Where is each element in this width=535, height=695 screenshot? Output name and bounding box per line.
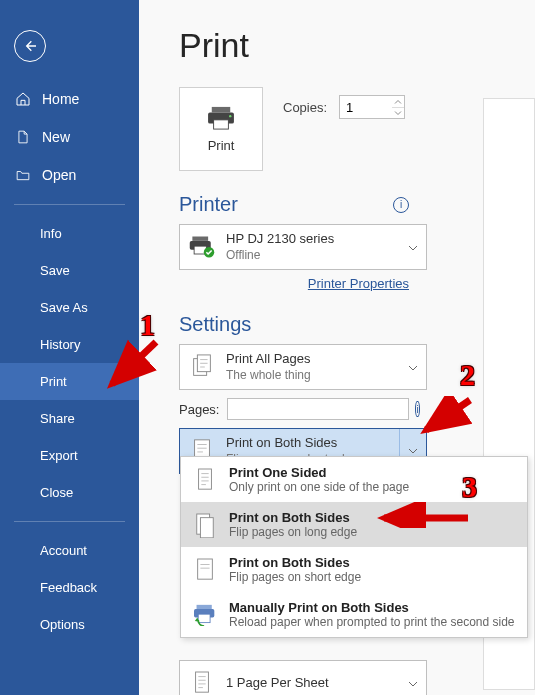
printer-properties-link[interactable]: Printer Properties <box>179 276 409 291</box>
svg-rect-2 <box>214 119 229 128</box>
copies-input[interactable] <box>340 97 392 117</box>
sidebar-item-share[interactable]: Share <box>0 400 139 437</box>
arrow-left-icon <box>22 38 38 54</box>
svg-rect-16 <box>197 604 212 608</box>
settings-heading-row: Settings <box>179 313 535 336</box>
print-scope-dropdown[interactable]: Print All Pages The whole thing <box>179 344 427 390</box>
sidebar-item-account[interactable]: Account <box>0 532 139 569</box>
sidebar-label-open: Open <box>42 167 76 183</box>
dropdown-caret <box>408 360 418 375</box>
sidebar-item-options[interactable]: Options <box>0 606 139 643</box>
sidebar-separator <box>14 521 125 522</box>
page-single-icon <box>191 466 219 494</box>
duplex-menu: Print One Sided Only print on one side o… <box>180 456 528 638</box>
svg-point-3 <box>229 114 231 116</box>
copies-up-button[interactable] <box>392 97 404 108</box>
sidebar-label-save: Save <box>40 263 70 278</box>
copies-label: Copies: <box>283 100 327 115</box>
sidebar-label-history: History <box>40 337 80 352</box>
svg-rect-12 <box>199 469 212 489</box>
sidebar-item-open[interactable]: Open <box>0 156 139 194</box>
svg-rect-15 <box>198 559 213 579</box>
dropdown-caret <box>408 240 418 255</box>
duplex-option-manual[interactable]: Manually Print on Both Sides Reload pape… <box>181 592 527 637</box>
print-scope-title: Print All Pages <box>226 351 402 367</box>
menu-item-title: Print on Both Sides <box>229 555 361 570</box>
pages-input[interactable] <box>227 398 409 420</box>
open-folder-icon <box>14 168 32 182</box>
menu-item-title: Manually Print on Both Sides <box>229 600 515 615</box>
pages-info-icon[interactable]: i <box>415 401 419 417</box>
sidebar-label-options: Options <box>40 617 85 632</box>
printer-manual-icon <box>191 601 219 629</box>
printer-icon <box>206 106 236 130</box>
sidebar-label-close: Close <box>40 485 73 500</box>
sidebar-label-account: Account <box>40 543 87 558</box>
sidebar-item-print[interactable]: Print <box>0 363 139 400</box>
sidebar-item-home[interactable]: Home <box>0 80 139 118</box>
pages-icon <box>188 353 216 381</box>
sidebar-label-feedback: Feedback <box>40 580 97 595</box>
printer-heading-row: Printer i <box>179 193 409 216</box>
sidebar-label-info: Info <box>40 226 62 241</box>
menu-item-sub: Only print on one side of the page <box>229 480 409 494</box>
chevron-down-icon <box>394 110 402 116</box>
svg-rect-0 <box>212 106 230 112</box>
sidebar-label-saveas: Save As <box>40 300 88 315</box>
printer-info-icon[interactable]: i <box>393 197 409 213</box>
new-doc-icon <box>14 129 32 145</box>
printer-status-icon <box>188 233 216 261</box>
settings-heading: Settings <box>179 313 251 336</box>
pages-label: Pages: <box>179 402 219 417</box>
sidebar-separator <box>14 204 125 205</box>
print-button[interactable]: Print <box>179 87 263 171</box>
menu-item-sub: Reload paper when prompted to print the … <box>229 615 515 629</box>
menu-item-sub: Flip pages on short edge <box>229 570 361 584</box>
duplex-option-long-edge[interactable]: Print on Both Sides Flip pages on long e… <box>181 502 527 547</box>
copies-spinner[interactable] <box>339 95 405 119</box>
printer-status: Offline <box>226 248 402 263</box>
pages-per-sheet-title: 1 Page Per Sheet <box>226 675 402 691</box>
page-flip-long-icon <box>191 511 219 539</box>
copies-down-button[interactable] <box>392 108 404 118</box>
sidebar-label-home: Home <box>42 91 79 107</box>
sidebar-item-history[interactable]: History <box>0 326 139 363</box>
page-single-icon <box>188 669 216 695</box>
sidebar-item-feedback[interactable]: Feedback <box>0 569 139 606</box>
sidebar-item-info[interactable]: Info <box>0 215 139 252</box>
page-title: Print <box>179 26 535 65</box>
sidebar-item-export[interactable]: Export <box>0 437 139 474</box>
backstage-sidebar: Home New Open Info Save Save As History … <box>0 0 139 695</box>
svg-rect-4 <box>192 237 208 241</box>
print-scope-sub: The whole thing <box>226 368 402 383</box>
print-button-label: Print <box>208 138 235 153</box>
duplex-option-one-sided[interactable]: Print One Sided Only print on one side o… <box>181 457 527 502</box>
sidebar-label-export: Export <box>40 448 78 463</box>
home-icon <box>14 91 32 107</box>
sidebar-label-new: New <box>42 129 70 145</box>
back-button[interactable] <box>14 30 46 62</box>
sidebar-label-print: Print <box>40 374 67 389</box>
sidebar-item-save[interactable]: Save <box>0 252 139 289</box>
duplex-title: Print on Both Sides <box>226 435 393 451</box>
svg-rect-11 <box>196 672 209 692</box>
svg-rect-14 <box>200 517 213 537</box>
svg-rect-18 <box>198 614 210 622</box>
sidebar-item-saveas[interactable]: Save As <box>0 289 139 326</box>
menu-item-sub: Flip pages on long edge <box>229 525 357 539</box>
pages-per-sheet-dropdown[interactable]: 1 Page Per Sheet <box>179 660 427 695</box>
printer-dropdown[interactable]: HP DJ 2130 series Offline <box>179 224 427 270</box>
sidebar-item-close[interactable]: Close <box>0 474 139 511</box>
page-flip-short-icon <box>191 556 219 584</box>
sidebar-label-share: Share <box>40 411 75 426</box>
menu-item-title: Print on Both Sides <box>229 510 357 525</box>
duplex-option-short-edge[interactable]: Print on Both Sides Flip pages on short … <box>181 547 527 592</box>
printer-name: HP DJ 2130 series <box>226 231 402 247</box>
copies-row: Copies: <box>283 95 405 119</box>
menu-item-title: Print One Sided <box>229 465 409 480</box>
printer-heading: Printer <box>179 193 238 216</box>
chevron-up-icon <box>394 99 402 105</box>
sidebar-item-new[interactable]: New <box>0 118 139 156</box>
dropdown-caret <box>408 676 418 691</box>
